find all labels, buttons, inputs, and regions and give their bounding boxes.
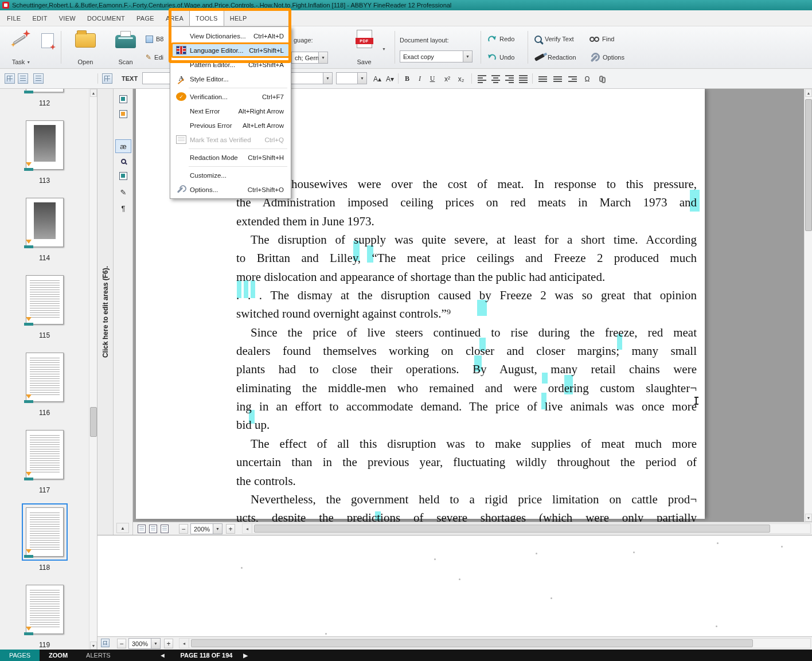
menu-item-edit[interactable]: EDIT xyxy=(26,10,53,26)
align-justify-button[interactable] xyxy=(517,72,529,85)
save-button[interactable]: PDF Save xyxy=(348,30,381,65)
tools-menu-item[interactable]: Pattern Editor...Ctrl+Shift+A xyxy=(170,57,291,72)
zoom-in-button[interactable]: + xyxy=(164,639,173,648)
tools-menu-item[interactable]: View Dictionaries...Ctrl+Alt+D xyxy=(170,29,291,43)
scroll-left-icon[interactable]: ◄ xyxy=(243,524,252,533)
page-thumbnail[interactable] xyxy=(26,198,64,247)
pages-scrollbar[interactable]: ▲ ▼ xyxy=(89,89,97,650)
page-thumbnail[interactable] xyxy=(26,353,64,402)
fit-width-icon[interactable] xyxy=(149,525,157,533)
save-dropdown-icon[interactable]: ▼ xyxy=(382,47,386,51)
text-scrollbar[interactable]: ▲ ▼ xyxy=(804,89,812,522)
find-button[interactable]: Find xyxy=(590,31,614,47)
ligature-button[interactable]: æ xyxy=(115,139,131,153)
detail-view-icon[interactable] xyxy=(18,73,28,84)
scan-button[interactable]: Scan xyxy=(109,30,142,65)
status-tab-pages[interactable]: PAGES xyxy=(0,650,40,661)
scroll-down-icon[interactable]: ▼ xyxy=(90,642,97,650)
previous-page-button[interactable]: ◄ xyxy=(159,652,166,659)
status-tab-alerts[interactable]: ALERTS xyxy=(77,650,120,661)
menu-item-page[interactable]: PAGE xyxy=(131,10,160,26)
page-thumbnail[interactable] xyxy=(26,275,64,324)
font-size-combo[interactable]: ▼ xyxy=(336,72,367,84)
page-thumbnail[interactable] xyxy=(26,430,64,479)
quick-task-button[interactable] xyxy=(41,33,54,48)
superscript-button[interactable]: x² xyxy=(442,72,453,85)
page-thumbnail[interactable] xyxy=(26,120,64,170)
tools-menu-item[interactable]: Redaction ModeCtrl+Shift+H xyxy=(170,150,291,165)
scroll-up-icon[interactable]: ▲ xyxy=(805,89,812,97)
task-button[interactable]: Task▼ xyxy=(5,30,38,65)
page-properties-icon[interactable] xyxy=(33,73,44,84)
verify-text-button[interactable]: Verify Text xyxy=(534,31,574,47)
panel-toggle-icon[interactable] xyxy=(102,73,112,84)
page-thumbnail[interactable] xyxy=(26,507,64,557)
tools-menu-item[interactable]: Customize... xyxy=(170,168,291,182)
zoom-out-button[interactable]: − xyxy=(179,524,188,534)
menu-item-view[interactable]: VIEW xyxy=(53,10,81,26)
zoom-in-button[interactable]: + xyxy=(226,524,235,534)
image-view-button[interactable] xyxy=(115,107,131,121)
page-zoom-button[interactable] xyxy=(115,169,131,183)
underline-button[interactable]: U xyxy=(427,72,438,85)
scrollbar-thumb[interactable] xyxy=(805,99,812,231)
bold-button[interactable]: B xyxy=(401,72,413,85)
redaction-button[interactable]: Redaction xyxy=(534,49,576,65)
title-bar[interactable]: Scheuttinger,Robert.L.&.Butler,Eamonn.F.… xyxy=(0,0,812,10)
tools-menu-item[interactable]: Language Editor...Ctrl+Shift+L xyxy=(170,43,291,57)
two-page-icon[interactable] xyxy=(161,525,169,533)
tools-menu-item[interactable]: AStyle Editor... xyxy=(170,72,291,86)
image-zoom-combo[interactable]: 300% ▼ xyxy=(128,638,161,649)
language-combo[interactable]: ch; Gern ▼ xyxy=(291,52,328,64)
open-button[interactable]: Open xyxy=(69,30,102,65)
zoom-out-button[interactable]: − xyxy=(117,639,126,648)
align-right-button[interactable] xyxy=(503,72,515,85)
options-button[interactable]: Options xyxy=(590,49,624,65)
menu-item-document[interactable]: DOCUMENT xyxy=(81,10,131,26)
page-thumbnail[interactable] xyxy=(26,89,64,92)
redo-button[interactable]: Redo xyxy=(487,31,514,47)
menu-item-tools[interactable]: TOOLS xyxy=(189,10,224,26)
scrollbar-thumb[interactable] xyxy=(90,407,97,437)
menu-item-area[interactable]: AREA xyxy=(160,10,189,26)
image-horizontal-scrollbar[interactable]: ◄ xyxy=(179,638,811,648)
page-thumbnail[interactable] xyxy=(26,585,64,634)
menu-item-file[interactable]: FILE xyxy=(1,10,26,26)
tools-menu-item[interactable]: Next ErrorAlt+Right Arrow xyxy=(170,104,291,118)
symbol-button[interactable]: Ω xyxy=(581,72,593,85)
grow-font-button[interactable]: A▴ xyxy=(372,72,383,85)
hyperlink-button[interactable] xyxy=(596,72,608,85)
tools-menu-item[interactable]: Previous ErrorAlt+Left Arrow xyxy=(170,118,291,132)
image-fit-icon[interactable] xyxy=(101,639,110,647)
tools-menu-item[interactable]: Options...Ctrl+Shift+O xyxy=(170,182,291,197)
scrollbar-thumb[interactable] xyxy=(191,639,753,647)
status-tab-zoom[interactable]: ZOOM xyxy=(40,650,77,661)
formatting-marks-button[interactable]: ¶ xyxy=(115,201,131,215)
next-page-button[interactable]: ▶ xyxy=(243,652,248,659)
partial-button-2[interactable]: ✎ Edi xyxy=(146,49,163,65)
scroll-down-icon[interactable]: ▼ xyxy=(805,514,812,522)
subscript-button[interactable]: x₂ xyxy=(455,72,467,85)
align-left-button[interactable] xyxy=(476,72,487,85)
edit-areas-strip[interactable]: Click here to edit areas (F6). xyxy=(97,89,114,535)
align-center-button[interactable] xyxy=(490,72,501,85)
splitter-collapse-button[interactable]: ▲ xyxy=(116,523,129,533)
fit-page-icon[interactable] xyxy=(138,525,146,533)
italic-button[interactable]: I xyxy=(414,72,425,85)
menu-item-help[interactable]: HELP xyxy=(224,10,253,26)
scroll-up-icon[interactable]: ▲ xyxy=(90,89,97,97)
text-horizontal-scrollbar[interactable]: ◄ xyxy=(242,523,811,534)
scroll-left-icon[interactable]: ◄ xyxy=(179,639,189,648)
thumbnail-view-icon[interactable] xyxy=(5,73,15,84)
line-spacing-button[interactable] xyxy=(537,72,548,85)
text-zoom-combo[interactable]: 200% ▼ xyxy=(190,523,222,534)
partial-button-1[interactable]: B8 xyxy=(146,31,163,47)
undo-button[interactable]: Undo xyxy=(487,49,514,65)
layout-view-button[interactable] xyxy=(115,92,131,106)
scrollbar-thumb[interactable] xyxy=(254,525,770,533)
paragraph-spacing-button[interactable] xyxy=(552,72,563,85)
indent-button[interactable] xyxy=(567,72,578,85)
document-layout-combo[interactable]: Exact copy ▼ xyxy=(400,50,473,62)
zoom-tool-button[interactable] xyxy=(115,154,131,168)
shrink-font-button[interactable]: A▾ xyxy=(384,72,396,85)
